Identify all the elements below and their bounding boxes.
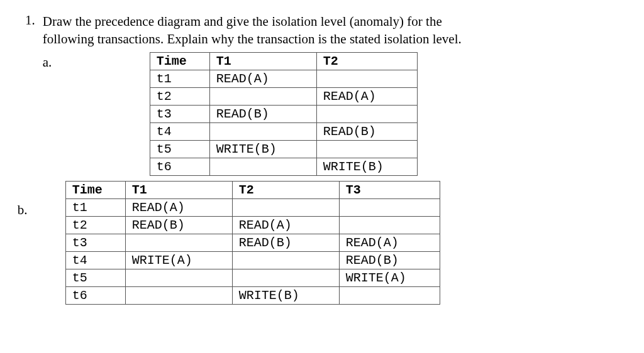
table-a-header-row: Time T1 T2 [150, 52, 417, 70]
table-row: t2 READ(B) READ(A) [65, 216, 440, 234]
table-b-header-time: Time [65, 181, 125, 198]
table-row: t6 WRITE(B) [65, 286, 440, 304]
question-number: 1. [25, 13, 35, 28]
table-row: t6 WRITE(B) [150, 158, 417, 175]
cell-t2 [232, 198, 339, 216]
cell-t2 [232, 251, 339, 269]
cell-time: t1 [150, 70, 209, 87]
cell-t2: READ(A) [232, 216, 339, 234]
cell-t1 [125, 286, 232, 304]
table-b: Time T1 T2 T3 t1 READ(A) t2 [65, 181, 440, 305]
cell-t2: READ(A) [316, 87, 417, 105]
cell-t3: READ(B) [339, 251, 440, 269]
part-b-label: b. [18, 181, 36, 218]
cell-t3 [339, 198, 440, 216]
cell-t2: WRITE(B) [316, 158, 417, 175]
table-row: t4 WRITE(A) READ(B) [65, 251, 440, 269]
cell-t2 [232, 269, 339, 286]
part-b: b. Time T1 T2 T3 t1 READ(A) [43, 181, 462, 305]
cell-t2 [316, 105, 417, 122]
table-a-header-t2: T2 [316, 52, 417, 70]
cell-t1: WRITE(B) [209, 140, 316, 158]
cell-time: t4 [65, 251, 125, 269]
cell-time: t3 [150, 105, 209, 122]
cell-t1 [209, 158, 316, 175]
table-row: t5 WRITE(B) [150, 140, 417, 158]
part-a-label: a. [43, 52, 62, 70]
table-a-header-t1: T1 [209, 52, 316, 70]
cell-t2: WRITE(B) [232, 286, 339, 304]
cell-time: t3 [65, 234, 125, 251]
cell-t2: READ(B) [232, 234, 339, 251]
table-b-header-t3: T3 [339, 181, 440, 198]
cell-t2: READ(B) [316, 122, 417, 140]
question-line1: Draw the precedence diagram and give the… [43, 14, 442, 29]
table-row: t1 READ(A) [65, 198, 440, 216]
cell-t1 [125, 269, 232, 286]
cell-t1: WRITE(A) [125, 251, 232, 269]
table-row: t5 WRITE(A) [65, 269, 440, 286]
table-a-wrapper: Time T1 T2 t1 READ(A) t2 READ(A) [150, 52, 418, 176]
cell-t3: WRITE(A) [339, 269, 440, 286]
table-b-header-t2: T2 [232, 181, 339, 198]
question: 1. Draw the precedence diagram and give … [25, 13, 619, 308]
table-row: t4 READ(B) [150, 122, 417, 140]
question-text: Draw the precedence diagram and give the… [43, 13, 462, 48]
table-b-header-t1: T1 [125, 181, 232, 198]
cell-time: t2 [65, 216, 125, 234]
cell-time: t4 [150, 122, 209, 140]
cell-t3: READ(A) [339, 234, 440, 251]
cell-t1: READ(A) [125, 198, 232, 216]
cell-time: t6 [65, 286, 125, 304]
cell-t2 [316, 70, 417, 87]
cell-t3 [339, 216, 440, 234]
cell-time: t6 [150, 158, 209, 175]
table-row: t3 READ(B) READ(A) [65, 234, 440, 251]
cell-t1: READ(A) [209, 70, 316, 87]
cell-t3 [339, 286, 440, 304]
sub-parts: a. Time T1 T2 t1 READ(A) [43, 52, 462, 305]
cell-t2 [316, 140, 417, 158]
part-a: a. Time T1 T2 t1 READ(A) [43, 52, 462, 176]
table-a: Time T1 T2 t1 READ(A) t2 READ(A) [150, 52, 418, 176]
table-row: t2 READ(A) [150, 87, 417, 105]
cell-t1 [125, 234, 232, 251]
cell-t1: READ(B) [209, 105, 316, 122]
table-b-header-row: Time T1 T2 T3 [65, 181, 440, 198]
question-line2: following transactions. Explain why the … [43, 31, 462, 46]
question-body: Draw the precedence diagram and give the… [43, 13, 462, 308]
table-row: t1 READ(A) [150, 70, 417, 87]
cell-t1: READ(B) [125, 216, 232, 234]
cell-time: t5 [150, 140, 209, 158]
cell-time: t1 [65, 198, 125, 216]
table-a-header-time: Time [150, 52, 209, 70]
cell-time: t5 [65, 269, 125, 286]
table-row: t3 READ(B) [150, 105, 417, 122]
cell-time: t2 [150, 87, 209, 105]
cell-t1 [209, 87, 316, 105]
table-b-wrapper: Time T1 T2 T3 t1 READ(A) t2 [65, 181, 440, 305]
cell-t1 [209, 122, 316, 140]
